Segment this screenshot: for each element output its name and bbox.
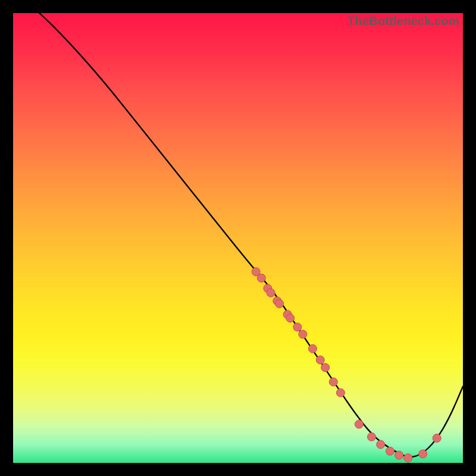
marker-dot [293,323,302,331]
marker-dot [386,447,394,455]
marker-dot [286,314,295,322]
chart-svg [13,13,463,463]
marker-dot [267,289,275,297]
chart-stage: TheBottleneck.com [0,0,476,476]
marker-dot [395,451,403,459]
marker-dot [321,364,330,372]
marker-dot [316,356,324,364]
marker-dot [433,434,441,442]
marker-dot [336,389,345,397]
marker-dot [368,433,376,441]
marker-dot [257,274,265,282]
marker-dot [275,299,284,308]
marker-dot [355,420,363,428]
marker-dot [419,450,427,458]
marker-dot [377,440,385,449]
chart-plot-area: TheBottleneck.com [13,13,463,463]
marker-dot [299,330,307,339]
curve-markers [252,268,441,462]
marker-dot [309,345,317,353]
curve-line [13,0,463,457]
marker-dot [404,454,412,462]
marker-dot [329,378,337,386]
